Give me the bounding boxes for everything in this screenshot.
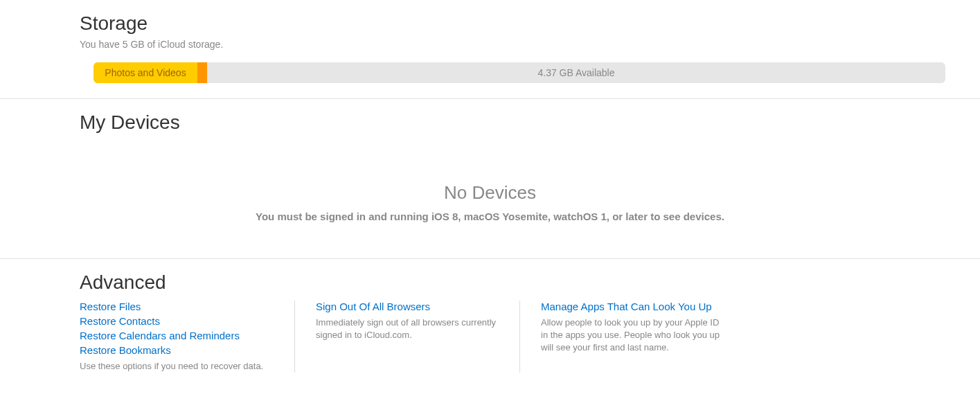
signout-browsers-link[interactable]: Sign Out Of All Browsers — [316, 301, 499, 312]
restore-files-link[interactable]: Restore Files — [80, 301, 274, 312]
advanced-section: Advanced Restore Files Restore Contacts … — [0, 259, 980, 388]
restore-contacts-link[interactable]: Restore Contacts — [80, 315, 274, 327]
advanced-col-signout: Sign Out Of All Browsers Immediately sig… — [294, 301, 519, 373]
restore-desc: Use these options if you need to recover… — [80, 360, 274, 373]
advanced-col-restore: Restore Files Restore Contacts Restore C… — [80, 301, 294, 373]
advanced-col-manage: Manage Apps That Can Look You Up Allow p… — [519, 301, 748, 373]
devices-title: My Devices — [80, 112, 945, 134]
storage-subtitle: You have 5 GB of iCloud storage. — [80, 39, 945, 50]
restore-bookmarks-link[interactable]: Restore Bookmarks — [80, 344, 274, 356]
storage-bar: Photos and Videos 4.37 GB Available — [93, 62, 945, 83]
storage-segment-available: 4.37 GB Available — [207, 62, 945, 83]
devices-empty-title: No Devices — [0, 182, 980, 204]
manage-apps-desc: Allow people to look you up by your Appl… — [541, 317, 727, 355]
devices-section: My Devices No Devices You must be signed… — [0, 99, 980, 259]
manage-apps-link[interactable]: Manage Apps That Can Look You Up — [541, 301, 727, 312]
devices-empty-message: You must be signed in and running iOS 8,… — [0, 211, 980, 222]
advanced-columns: Restore Files Restore Contacts Restore C… — [80, 301, 945, 373]
storage-segment-photos: Photos and Videos — [93, 62, 197, 83]
devices-empty-state: No Devices You must be signed in and run… — [0, 182, 980, 222]
signout-desc: Immediately sign out of all browsers cur… — [316, 317, 499, 341]
storage-title: Storage — [80, 12, 945, 35]
restore-calendars-link[interactable]: Restore Calendars and Reminders — [80, 330, 274, 341]
storage-available-label: 4.37 GB Available — [537, 67, 614, 78]
storage-segment-documents — [197, 62, 207, 83]
storage-segment-photos-label: Photos and Videos — [105, 67, 186, 78]
advanced-title: Advanced — [80, 271, 945, 294]
storage-section: Storage You have 5 GB of iCloud storage.… — [0, 0, 980, 99]
